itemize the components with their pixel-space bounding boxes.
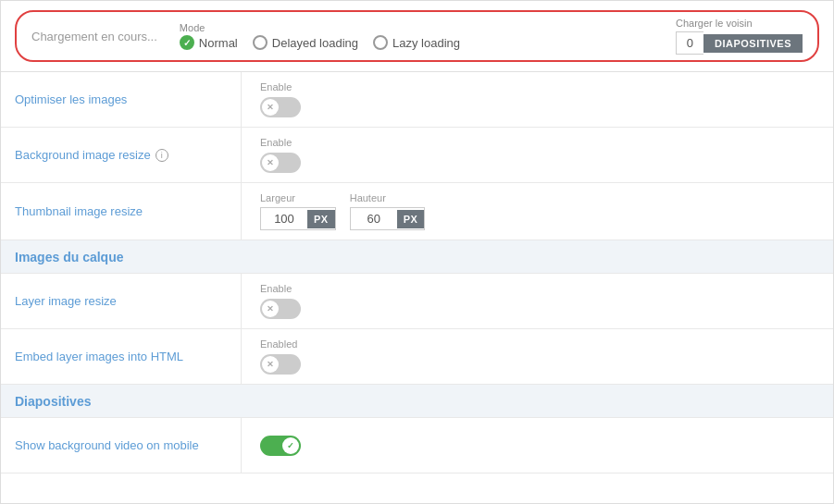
toggle-knob-embed-layer: ✕ xyxy=(262,356,279,373)
largeur-field: Largeur PX xyxy=(260,192,336,230)
content-bg-video: ✓ xyxy=(242,418,833,473)
radio-normal-label: Normal xyxy=(199,36,238,50)
top-bar-inner: Chargement en cours... Mode Normal Delay… xyxy=(15,10,819,62)
toggle-x-optimiser: ✕ xyxy=(267,103,274,112)
section-images-calque-title: Images du calque xyxy=(1,240,137,273)
toggle-knob-optimiser: ✕ xyxy=(262,99,279,116)
hauteur-field: Hauteur PX xyxy=(350,192,426,230)
field-label-layer-resize: Enable xyxy=(260,283,815,294)
toggle-switch-optimiser[interactable]: ✕ xyxy=(260,97,301,117)
mode-section: Mode Normal Delayed loading xyxy=(180,22,460,50)
toggle-bg-resize: ✕ xyxy=(260,153,815,173)
hauteur-input[interactable] xyxy=(351,208,397,229)
toggle-check-bg-video: ✓ xyxy=(287,441,294,450)
radio-lazy-label: Lazy loading xyxy=(392,36,460,50)
content-optimiser: Enable ✕ xyxy=(242,72,833,127)
hauteur-input-row: PX xyxy=(350,207,426,230)
toggle-layer-resize: ✕ xyxy=(260,299,815,319)
hauteur-label: Hauteur xyxy=(350,192,426,203)
radio-lazy-circle xyxy=(373,35,388,50)
toggle-knob-bg-resize: ✕ xyxy=(262,154,279,171)
content-layer-resize: Enable ✕ xyxy=(242,274,833,328)
radio-delayed-label: Delayed loading xyxy=(272,36,358,50)
section-diapositives-title: Diapositives xyxy=(1,385,105,417)
toggle-knob-layer-resize: ✕ xyxy=(262,301,279,317)
label-bg-resize: Background image resize i xyxy=(1,128,242,182)
toggle-x-layer-resize: ✕ xyxy=(267,304,274,313)
largeur-input-row: PX xyxy=(260,207,336,230)
toggle-embed-layer: ✕ xyxy=(260,354,815,375)
field-label-optimiser: Enable xyxy=(260,81,815,92)
largeur-unit: PX xyxy=(307,210,335,228)
toggle-bg-video: ✓ xyxy=(260,436,815,456)
neighbor-button[interactable]: DIAPOSITIVES xyxy=(703,34,803,53)
neighbor-count: 0 xyxy=(676,31,703,55)
hauteur-unit: PX xyxy=(397,210,425,228)
toggle-switch-bg-video[interactable]: ✓ xyxy=(260,436,301,456)
mode-label: Mode xyxy=(180,22,460,33)
radio-delayed[interactable]: Delayed loading xyxy=(253,35,358,50)
radio-group: Normal Delayed loading Lazy loading xyxy=(180,35,460,50)
content-bg-resize: Enable ✕ xyxy=(242,128,833,182)
size-inputs-thumbnail: Largeur PX Hauteur PX xyxy=(260,192,815,230)
content-embed-layer: Enabled ✕ xyxy=(242,329,833,384)
label-layer-resize: Layer image resize xyxy=(1,274,242,328)
row-bg-video: Show background video on mobile ✓ xyxy=(1,418,833,473)
neighbor-section: Charger le voisin 0 DIAPOSITIVES xyxy=(657,18,803,55)
row-layer-resize: Layer image resize Enable ✕ xyxy=(1,274,833,329)
neighbor-label: Charger le voisin xyxy=(676,18,753,29)
row-bg-resize: Background image resize i Enable ✕ xyxy=(1,128,833,183)
radio-lazy[interactable]: Lazy loading xyxy=(373,35,460,50)
radio-normal[interactable]: Normal xyxy=(180,35,238,50)
label-thumbnail-resize: Thumbnail image resize xyxy=(1,183,242,240)
radio-normal-circle xyxy=(180,35,194,50)
toggle-switch-embed-layer[interactable]: ✕ xyxy=(260,354,301,375)
toggle-x-embed-layer: ✕ xyxy=(267,360,274,369)
row-optimiser: Optimiser les images Enable ✕ xyxy=(1,72,833,128)
section-diapositives: Diapositives xyxy=(1,385,833,418)
radio-delayed-circle xyxy=(253,35,268,50)
label-bg-video: Show background video on mobile xyxy=(1,418,242,473)
field-label-embed-layer: Enabled xyxy=(260,338,815,350)
content-thumbnail-resize: Largeur PX Hauteur PX xyxy=(242,183,833,240)
largeur-label: Largeur xyxy=(260,192,336,203)
largeur-input[interactable] xyxy=(261,208,307,229)
top-bar: Chargement en cours... Mode Normal Delay… xyxy=(1,1,833,72)
toggle-switch-bg-resize[interactable]: ✕ xyxy=(260,153,301,173)
toggle-x-bg-resize: ✕ xyxy=(267,158,274,167)
field-label-bg-resize: Enable xyxy=(260,137,815,148)
section-images-calque: Images du calque xyxy=(1,240,833,274)
label-embed-layer: Embed layer images into HTML xyxy=(1,329,242,384)
toggle-optimiser: ✕ xyxy=(260,97,815,117)
loading-text: Chargement en cours... xyxy=(31,30,157,43)
toggle-knob-bg-video: ✓ xyxy=(282,437,299,454)
label-optimiser: Optimiser les images xyxy=(1,72,242,127)
row-embed-layer: Embed layer images into HTML Enabled ✕ xyxy=(1,329,833,385)
toggle-switch-layer-resize[interactable]: ✕ xyxy=(260,299,301,319)
row-thumbnail-resize: Thumbnail image resize Largeur PX Hauteu… xyxy=(1,183,833,240)
neighbor-controls: 0 DIAPOSITIVES xyxy=(676,31,803,55)
page-wrapper: Chargement en cours... Mode Normal Delay… xyxy=(0,0,834,504)
info-icon-bg-resize[interactable]: i xyxy=(156,149,168,162)
